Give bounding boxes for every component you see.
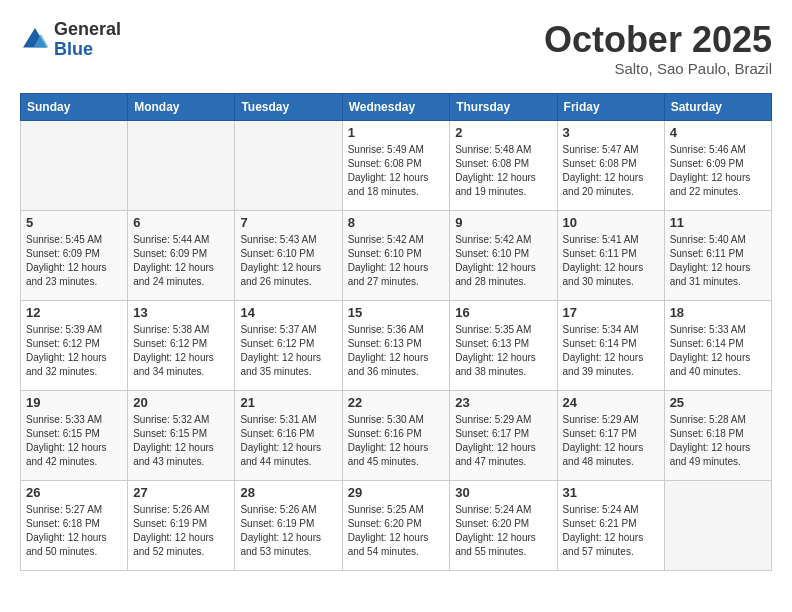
weekday-header-wednesday: Wednesday [342,93,450,120]
day-info: Sunrise: 5:32 AMSunset: 6:15 PMDaylight:… [133,413,229,469]
weekday-header-saturday: Saturday [664,93,771,120]
calendar-cell: 7Sunrise: 5:43 AMSunset: 6:10 PMDaylight… [235,210,342,300]
day-number: 13 [133,305,229,320]
day-info: Sunrise: 5:33 AMSunset: 6:14 PMDaylight:… [670,323,766,379]
day-number: 6 [133,215,229,230]
day-info: Sunrise: 5:29 AMSunset: 6:17 PMDaylight:… [455,413,551,469]
calendar-cell: 16Sunrise: 5:35 AMSunset: 6:13 PMDayligh… [450,300,557,390]
day-number: 19 [26,395,122,410]
day-info: Sunrise: 5:39 AMSunset: 6:12 PMDaylight:… [26,323,122,379]
calendar-cell: 6Sunrise: 5:44 AMSunset: 6:09 PMDaylight… [128,210,235,300]
day-number: 17 [563,305,659,320]
day-info: Sunrise: 5:40 AMSunset: 6:11 PMDaylight:… [670,233,766,289]
day-number: 28 [240,485,336,500]
day-info: Sunrise: 5:44 AMSunset: 6:09 PMDaylight:… [133,233,229,289]
day-number: 14 [240,305,336,320]
calendar-cell: 24Sunrise: 5:29 AMSunset: 6:17 PMDayligh… [557,390,664,480]
day-number: 20 [133,395,229,410]
day-number: 15 [348,305,445,320]
week-row-1: 1Sunrise: 5:49 AMSunset: 6:08 PMDaylight… [21,120,772,210]
calendar-cell: 21Sunrise: 5:31 AMSunset: 6:16 PMDayligh… [235,390,342,480]
calendar-cell [664,480,771,570]
day-number: 10 [563,215,659,230]
calendar-cell: 4Sunrise: 5:46 AMSunset: 6:09 PMDaylight… [664,120,771,210]
day-info: Sunrise: 5:34 AMSunset: 6:14 PMDaylight:… [563,323,659,379]
calendar-cell: 29Sunrise: 5:25 AMSunset: 6:20 PMDayligh… [342,480,450,570]
day-info: Sunrise: 5:25 AMSunset: 6:20 PMDaylight:… [348,503,445,559]
day-info: Sunrise: 5:37 AMSunset: 6:12 PMDaylight:… [240,323,336,379]
day-number: 7 [240,215,336,230]
day-info: Sunrise: 5:45 AMSunset: 6:09 PMDaylight:… [26,233,122,289]
day-number: 25 [670,395,766,410]
day-info: Sunrise: 5:43 AMSunset: 6:10 PMDaylight:… [240,233,336,289]
calendar-cell: 12Sunrise: 5:39 AMSunset: 6:12 PMDayligh… [21,300,128,390]
day-number: 26 [26,485,122,500]
day-number: 9 [455,215,551,230]
day-info: Sunrise: 5:42 AMSunset: 6:10 PMDaylight:… [348,233,445,289]
calendar-cell: 26Sunrise: 5:27 AMSunset: 6:18 PMDayligh… [21,480,128,570]
day-number: 1 [348,125,445,140]
calendar-cell: 30Sunrise: 5:24 AMSunset: 6:20 PMDayligh… [450,480,557,570]
day-number: 22 [348,395,445,410]
day-number: 2 [455,125,551,140]
day-info: Sunrise: 5:24 AMSunset: 6:20 PMDaylight:… [455,503,551,559]
day-number: 12 [26,305,122,320]
weekday-header-tuesday: Tuesday [235,93,342,120]
calendar-cell: 1Sunrise: 5:49 AMSunset: 6:08 PMDaylight… [342,120,450,210]
calendar-cell: 8Sunrise: 5:42 AMSunset: 6:10 PMDaylight… [342,210,450,300]
calendar-cell: 9Sunrise: 5:42 AMSunset: 6:10 PMDaylight… [450,210,557,300]
weekday-header-row: SundayMondayTuesdayWednesdayThursdayFrid… [21,93,772,120]
calendar-cell: 20Sunrise: 5:32 AMSunset: 6:15 PMDayligh… [128,390,235,480]
day-number: 21 [240,395,336,410]
weekday-header-friday: Friday [557,93,664,120]
weekday-header-monday: Monday [128,93,235,120]
calendar-cell: 23Sunrise: 5:29 AMSunset: 6:17 PMDayligh… [450,390,557,480]
calendar-cell: 17Sunrise: 5:34 AMSunset: 6:14 PMDayligh… [557,300,664,390]
day-number: 4 [670,125,766,140]
calendar-cell: 14Sunrise: 5:37 AMSunset: 6:12 PMDayligh… [235,300,342,390]
calendar-cell: 15Sunrise: 5:36 AMSunset: 6:13 PMDayligh… [342,300,450,390]
calendar-cell: 3Sunrise: 5:47 AMSunset: 6:08 PMDaylight… [557,120,664,210]
calendar-cell [235,120,342,210]
week-row-5: 26Sunrise: 5:27 AMSunset: 6:18 PMDayligh… [21,480,772,570]
week-row-4: 19Sunrise: 5:33 AMSunset: 6:15 PMDayligh… [21,390,772,480]
day-info: Sunrise: 5:24 AMSunset: 6:21 PMDaylight:… [563,503,659,559]
weekday-header-sunday: Sunday [21,93,128,120]
calendar-cell: 25Sunrise: 5:28 AMSunset: 6:18 PMDayligh… [664,390,771,480]
day-info: Sunrise: 5:38 AMSunset: 6:12 PMDaylight:… [133,323,229,379]
day-info: Sunrise: 5:49 AMSunset: 6:08 PMDaylight:… [348,143,445,199]
calendar-cell [128,120,235,210]
day-number: 18 [670,305,766,320]
day-number: 24 [563,395,659,410]
calendar-cell: 28Sunrise: 5:26 AMSunset: 6:19 PMDayligh… [235,480,342,570]
header: General Blue October 2025 Salto, Sao Pau… [20,20,772,77]
logo-icon [20,25,50,55]
week-row-3: 12Sunrise: 5:39 AMSunset: 6:12 PMDayligh… [21,300,772,390]
logo: General Blue [20,20,121,60]
day-info: Sunrise: 5:27 AMSunset: 6:18 PMDaylight:… [26,503,122,559]
day-number: 29 [348,485,445,500]
day-info: Sunrise: 5:33 AMSunset: 6:15 PMDaylight:… [26,413,122,469]
day-number: 31 [563,485,659,500]
day-info: Sunrise: 5:41 AMSunset: 6:11 PMDaylight:… [563,233,659,289]
week-row-2: 5Sunrise: 5:45 AMSunset: 6:09 PMDaylight… [21,210,772,300]
title-block: October 2025 Salto, Sao Paulo, Brazil [544,20,772,77]
day-number: 16 [455,305,551,320]
calendar-cell [21,120,128,210]
day-info: Sunrise: 5:42 AMSunset: 6:10 PMDaylight:… [455,233,551,289]
month-title: October 2025 [544,20,772,60]
day-number: 5 [26,215,122,230]
day-number: 30 [455,485,551,500]
day-info: Sunrise: 5:46 AMSunset: 6:09 PMDaylight:… [670,143,766,199]
logo-general-text: General [54,20,121,40]
day-number: 27 [133,485,229,500]
calendar-cell: 10Sunrise: 5:41 AMSunset: 6:11 PMDayligh… [557,210,664,300]
day-info: Sunrise: 5:47 AMSunset: 6:08 PMDaylight:… [563,143,659,199]
day-number: 23 [455,395,551,410]
calendar-cell: 13Sunrise: 5:38 AMSunset: 6:12 PMDayligh… [128,300,235,390]
calendar-cell: 27Sunrise: 5:26 AMSunset: 6:19 PMDayligh… [128,480,235,570]
calendar-cell: 11Sunrise: 5:40 AMSunset: 6:11 PMDayligh… [664,210,771,300]
day-info: Sunrise: 5:29 AMSunset: 6:17 PMDaylight:… [563,413,659,469]
day-number: 8 [348,215,445,230]
calendar-table: SundayMondayTuesdayWednesdayThursdayFrid… [20,93,772,571]
